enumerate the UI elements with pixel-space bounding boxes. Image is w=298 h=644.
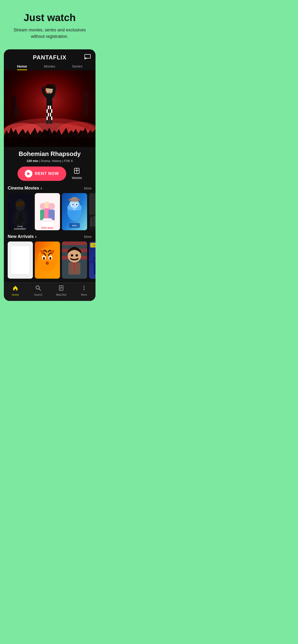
new-arrivals-section-header: New Arrivals › More xyxy=(4,234,95,239)
watchlist-icon xyxy=(58,285,64,292)
svg-point-115 xyxy=(83,286,84,287)
svg-rect-11 xyxy=(17,104,18,113)
svg-point-93 xyxy=(71,254,73,256)
more-label: More xyxy=(81,293,87,296)
nav-tabs: Home Movies Series xyxy=(4,63,95,70)
wishlist-icon xyxy=(74,168,80,176)
rent-now-button[interactable]: RENT NOW xyxy=(18,166,66,181)
movie-card-borat[interactable] xyxy=(62,242,87,279)
watchlist-label: Watchlist xyxy=(56,293,66,296)
svg-rect-77 xyxy=(11,246,29,274)
rent-label: RENT NOW xyxy=(35,171,59,176)
hero-genres: Drama, History xyxy=(41,159,62,163)
svg-rect-22 xyxy=(48,116,49,120)
svg-text:12 STRONG: 12 STRONG xyxy=(95,276,95,278)
new-arrivals-chevron: › xyxy=(35,234,37,239)
app-topbar: PANTAFLIX xyxy=(4,49,95,63)
svg-rect-25 xyxy=(50,109,51,113)
wishlist-label: Wishlist xyxy=(72,176,82,180)
svg-rect-64 xyxy=(90,217,93,227)
hero-fsk: FSK 6 xyxy=(64,159,73,163)
cast-icon[interactable] xyxy=(84,54,91,61)
movie-card-dissident[interactable]: THE DISSIDENT xyxy=(8,193,33,230)
svg-point-116 xyxy=(83,288,84,288)
search-icon xyxy=(35,285,41,292)
subtitle: Stream movies, series and exclusives wit… xyxy=(7,27,92,40)
movie-card-12-strong[interactable]: 6 OSCAR® NOM. JAMES FRANCO 12 STRONG xyxy=(89,242,95,279)
tab-home[interactable]: Home xyxy=(17,64,27,70)
cinema-movies-title: Cinema Movies › xyxy=(8,186,42,191)
svg-rect-29 xyxy=(49,120,52,124)
movie-card-tiger[interactable] xyxy=(35,242,60,279)
svg-point-43 xyxy=(48,203,55,210)
svg-rect-19 xyxy=(47,106,48,109)
movie-card-evangelium[interactable]: DAS N. EVANGE LIUM xyxy=(89,193,95,230)
tab-series[interactable]: Series xyxy=(72,64,82,70)
svg-text:Hello Again: Hello Again xyxy=(41,226,53,229)
svg-point-35 xyxy=(19,219,22,222)
cinema-movies-chevron: › xyxy=(41,186,42,191)
svg-point-84 xyxy=(43,257,45,260)
svg-rect-89 xyxy=(62,242,87,245)
svg-point-117 xyxy=(83,289,84,290)
svg-rect-12 xyxy=(83,96,88,116)
hero-actions: RENT NOW Wishlist xyxy=(9,166,91,181)
movie-card-raya[interactable]: RAYA xyxy=(62,193,87,230)
svg-point-59 xyxy=(71,197,78,202)
svg-line-110 xyxy=(39,289,41,290)
tab-movies[interactable]: Movies xyxy=(44,64,55,70)
svg-text:JAMES FRANCO: JAMES FRANCO xyxy=(95,274,95,275)
svg-rect-28 xyxy=(46,120,49,124)
svg-text:DISSIDENT: DISSIDENT xyxy=(14,228,26,230)
svg-rect-24 xyxy=(51,106,52,109)
svg-rect-27 xyxy=(50,116,51,120)
new-arrivals-title: New Arrivals › xyxy=(8,234,37,239)
wishlist-button[interactable]: Wishlist xyxy=(72,168,82,180)
hero-duration: 129 min xyxy=(27,159,38,163)
home-icon xyxy=(13,285,18,292)
bottom-nav-home[interactable]: Home xyxy=(4,285,27,296)
home-label: Home xyxy=(12,293,19,296)
svg-text:THE: THE xyxy=(18,226,23,228)
svg-rect-65 xyxy=(93,216,95,227)
bottom-nav-search[interactable]: Search xyxy=(27,285,50,296)
play-circle-icon xyxy=(25,170,32,178)
svg-point-57 xyxy=(76,204,77,205)
svg-rect-72 xyxy=(89,193,95,215)
cinema-movies-more[interactable]: More xyxy=(84,186,92,190)
movie-card-hello-again[interactable]: Hello Again xyxy=(35,193,60,230)
svg-point-9 xyxy=(11,96,16,102)
bottom-nav-watchlist[interactable]: Watchlist xyxy=(50,285,73,296)
hero-meta: 129 min | Drama, History | FSK 6 xyxy=(9,159,91,163)
app-card: PANTAFLIX Home Movies Series xyxy=(4,49,95,301)
search-label: Search xyxy=(34,293,43,296)
bottom-nav-more[interactable]: More xyxy=(73,285,96,296)
svg-rect-46 xyxy=(43,218,52,221)
svg-rect-20 xyxy=(48,109,49,113)
svg-point-94 xyxy=(76,254,78,256)
new-arrivals-more[interactable]: More xyxy=(84,235,92,238)
cinema-movies-row: THE DISSIDENT xyxy=(4,193,95,234)
svg-point-86 xyxy=(46,262,49,264)
hero-title: Bohemian Rhapsody xyxy=(9,150,91,158)
new-arrivals-row: 6 OSCAR® NOM. JAMES FRANCO 12 STRONG xyxy=(4,242,95,282)
svg-text:6 OSCAR® NOM.: 6 OSCAR® NOM. xyxy=(94,244,95,246)
svg-rect-26 xyxy=(51,113,52,116)
svg-point-13 xyxy=(82,91,89,98)
hero-banner xyxy=(4,70,95,147)
svg-text:RAYA: RAYA xyxy=(72,225,77,226)
play-triangle-icon xyxy=(27,172,30,176)
headline: Just watch xyxy=(7,12,92,24)
more-icon xyxy=(81,285,87,292)
svg-rect-21 xyxy=(47,113,48,116)
hero-info: Bohemian Rhapsody 129 min | Drama, Histo… xyxy=(4,147,95,181)
svg-point-56 xyxy=(72,204,74,205)
cinema-movies-section-header: Cinema Movies › More xyxy=(4,186,95,191)
svg-point-85 xyxy=(50,257,51,260)
app-logo: PANTAFLIX xyxy=(33,54,66,61)
movie-card-blank[interactable] xyxy=(8,242,33,279)
bottom-nav: Home Search Watchlist xyxy=(4,282,95,301)
